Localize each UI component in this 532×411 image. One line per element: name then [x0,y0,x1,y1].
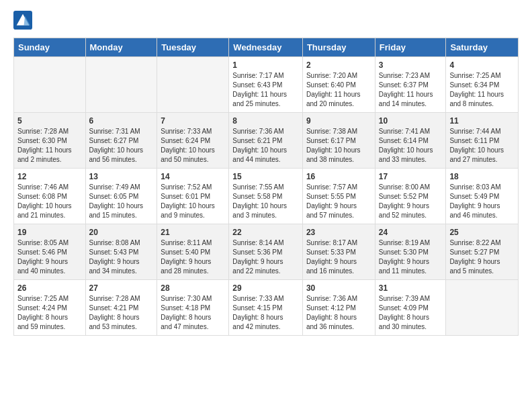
day-info: Sunrise: 7:25 AM Sunset: 6:34 PM Dayligh… [449,71,515,109]
column-header-monday: Monday [85,38,157,57]
day-cell: 14Sunrise: 7:52 AM Sunset: 6:01 PM Dayli… [157,169,229,224]
day-number: 4 [449,60,515,70]
day-cell: 9Sunrise: 7:38 AM Sunset: 6:17 PM Daylig… [302,113,375,169]
day-info: Sunrise: 7:20 AM Sunset: 6:40 PM Dayligh… [306,71,371,109]
day-number: 31 [379,283,443,293]
column-header-tuesday: Tuesday [157,38,229,57]
day-info: Sunrise: 8:11 AM Sunset: 5:40 PM Dayligh… [161,238,225,276]
day-number: 25 [449,228,515,237]
day-cell: 6Sunrise: 7:31 AM Sunset: 6:27 PM Daylig… [85,113,157,169]
day-info: Sunrise: 8:05 AM Sunset: 5:46 PM Dayligh… [17,238,82,276]
day-number: 11 [449,116,515,126]
day-cell: 10Sunrise: 7:41 AM Sunset: 6:14 PM Dayli… [375,113,446,169]
day-number: 28 [161,283,225,293]
day-cell: 27Sunrise: 7:28 AM Sunset: 4:21 PM Dayli… [85,280,157,336]
day-number: 14 [161,172,225,181]
day-cell: 7Sunrise: 7:33 AM Sunset: 6:24 PM Daylig… [157,113,229,169]
day-info: Sunrise: 7:33 AM Sunset: 4:15 PM Dayligh… [232,294,299,332]
day-number: 9 [306,116,371,126]
week-row-1: 1Sunrise: 7:17 AM Sunset: 6:43 PM Daylig… [14,57,519,113]
day-number: 12 [17,172,82,181]
day-info: Sunrise: 8:19 AM Sunset: 5:30 PM Dayligh… [379,238,443,276]
day-cell: 2Sunrise: 7:20 AM Sunset: 6:40 PM Daylig… [302,57,375,113]
day-number: 30 [306,283,371,293]
day-number: 1 [232,60,299,70]
week-row-2: 5Sunrise: 7:28 AM Sunset: 6:30 PM Daylig… [14,113,519,169]
day-info: Sunrise: 7:57 AM Sunset: 5:55 PM Dayligh… [306,183,371,220]
header-row: SundayMondayTuesdayWednesdayThursdayFrid… [14,38,519,57]
day-info: Sunrise: 7:17 AM Sunset: 6:43 PM Dayligh… [232,71,299,109]
day-cell: 21Sunrise: 8:11 AM Sunset: 5:40 PM Dayli… [157,224,229,280]
day-cell: 28Sunrise: 7:30 AM Sunset: 4:18 PM Dayli… [157,280,229,336]
header [13,11,519,30]
day-number: 18 [449,172,515,181]
day-cell: 22Sunrise: 8:14 AM Sunset: 5:36 PM Dayli… [229,224,303,280]
day-info: Sunrise: 7:23 AM Sunset: 6:37 PM Dayligh… [379,71,443,109]
day-number: 3 [379,60,443,70]
day-cell: 29Sunrise: 7:33 AM Sunset: 4:15 PM Dayli… [229,280,303,336]
page: SundayMondayTuesdayWednesdayThursdayFrid… [0,0,532,347]
day-info: Sunrise: 7:38 AM Sunset: 6:17 PM Dayligh… [306,127,371,165]
column-header-wednesday: Wednesday [229,38,303,57]
day-cell: 16Sunrise: 7:57 AM Sunset: 5:55 PM Dayli… [302,169,375,224]
day-number: 5 [17,116,82,126]
day-number: 23 [306,228,371,237]
day-cell: 24Sunrise: 8:19 AM Sunset: 5:30 PM Dayli… [375,224,446,280]
day-info: Sunrise: 7:41 AM Sunset: 6:14 PM Dayligh… [379,127,443,165]
day-cell [157,57,229,113]
column-header-saturday: Saturday [446,38,519,57]
day-number: 20 [89,228,154,237]
day-info: Sunrise: 7:49 AM Sunset: 6:05 PM Dayligh… [89,183,154,220]
day-cell: 4Sunrise: 7:25 AM Sunset: 6:34 PM Daylig… [446,57,519,113]
day-number: 27 [89,283,154,293]
day-number: 6 [89,116,154,126]
day-info: Sunrise: 7:30 AM Sunset: 4:18 PM Dayligh… [161,294,225,332]
day-cell: 15Sunrise: 7:55 AM Sunset: 5:58 PM Dayli… [229,169,303,224]
day-info: Sunrise: 7:36 AM Sunset: 4:12 PM Dayligh… [306,294,371,332]
day-info: Sunrise: 8:03 AM Sunset: 5:49 PM Dayligh… [449,183,515,220]
day-cell: 19Sunrise: 8:05 AM Sunset: 5:46 PM Dayli… [14,224,86,280]
column-header-thursday: Thursday [302,38,375,57]
column-header-sunday: Sunday [14,38,86,57]
day-info: Sunrise: 7:28 AM Sunset: 4:21 PM Dayligh… [89,294,154,332]
day-number: 17 [379,172,443,181]
day-number: 15 [232,172,299,181]
day-number: 29 [232,283,299,293]
day-info: Sunrise: 7:55 AM Sunset: 5:58 PM Dayligh… [232,183,299,220]
day-number: 2 [306,60,371,70]
day-cell: 5Sunrise: 7:28 AM Sunset: 6:30 PM Daylig… [14,113,86,169]
day-cell [14,57,86,113]
logo-icon [13,11,32,30]
day-cell: 25Sunrise: 8:22 AM Sunset: 5:27 PM Dayli… [446,224,519,280]
day-cell: 1Sunrise: 7:17 AM Sunset: 6:43 PM Daylig… [229,57,303,113]
week-row-4: 19Sunrise: 8:05 AM Sunset: 5:46 PM Dayli… [14,224,519,280]
day-number: 22 [232,228,299,237]
day-cell: 31Sunrise: 7:39 AM Sunset: 4:09 PM Dayli… [375,280,446,336]
day-cell: 8Sunrise: 7:36 AM Sunset: 6:21 PM Daylig… [229,113,303,169]
day-cell: 3Sunrise: 7:23 AM Sunset: 6:37 PM Daylig… [375,57,446,113]
day-info: Sunrise: 7:36 AM Sunset: 6:21 PM Dayligh… [232,127,299,165]
day-cell: 12Sunrise: 7:46 AM Sunset: 6:08 PM Dayli… [14,169,86,224]
week-row-3: 12Sunrise: 7:46 AM Sunset: 6:08 PM Dayli… [14,169,519,224]
day-number: 8 [232,116,299,126]
day-cell: 30Sunrise: 7:36 AM Sunset: 4:12 PM Dayli… [302,280,375,336]
logo [13,11,35,30]
day-info: Sunrise: 7:39 AM Sunset: 4:09 PM Dayligh… [379,294,443,332]
day-info: Sunrise: 8:08 AM Sunset: 5:43 PM Dayligh… [89,238,154,276]
column-header-friday: Friday [375,38,446,57]
day-info: Sunrise: 7:52 AM Sunset: 6:01 PM Dayligh… [161,183,225,220]
day-cell: 13Sunrise: 7:49 AM Sunset: 6:05 PM Dayli… [85,169,157,224]
day-number: 13 [89,172,154,181]
day-info: Sunrise: 8:00 AM Sunset: 5:52 PM Dayligh… [379,183,443,220]
day-info: Sunrise: 7:25 AM Sunset: 4:24 PM Dayligh… [17,294,82,332]
day-cell [446,280,519,336]
week-row-5: 26Sunrise: 7:25 AM Sunset: 4:24 PM Dayli… [14,280,519,336]
day-info: Sunrise: 7:44 AM Sunset: 6:11 PM Dayligh… [449,127,515,165]
day-number: 24 [379,228,443,237]
day-info: Sunrise: 8:22 AM Sunset: 5:27 PM Dayligh… [449,238,515,276]
day-number: 26 [17,283,82,293]
day-info: Sunrise: 7:33 AM Sunset: 6:24 PM Dayligh… [161,127,225,165]
day-cell: 11Sunrise: 7:44 AM Sunset: 6:11 PM Dayli… [446,113,519,169]
day-number: 21 [161,228,225,237]
day-cell: 20Sunrise: 8:08 AM Sunset: 5:43 PM Dayli… [85,224,157,280]
